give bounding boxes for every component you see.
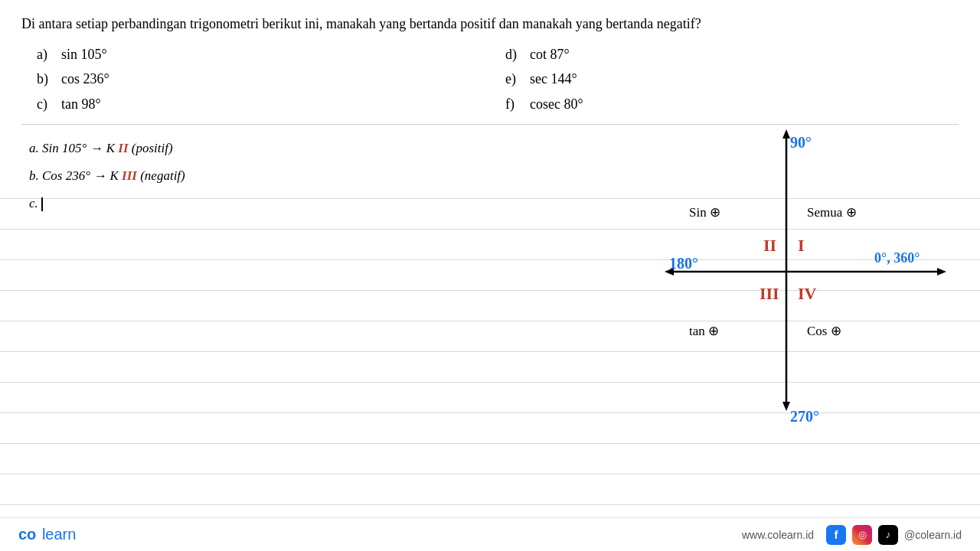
option-d: d) cot 87° <box>505 42 943 67</box>
option-e-value: sec 144° <box>530 67 577 91</box>
options-grid: a) sin 105° d) cot 87° b) cos 236° e) se… <box>21 42 959 116</box>
question-text: Di antara setiap perbandingan trigonomet… <box>21 14 959 34</box>
option-a-value: sin 105° <box>61 42 107 67</box>
svg-text:180°: 180° <box>669 255 698 272</box>
trig-diagram: 90° 270° 180° 0°, 360° I II III IV Semua <box>637 125 959 423</box>
footer-website: www.colearn.id <box>742 529 814 541</box>
svg-text:tan ⊕: tan ⊕ <box>689 324 719 338</box>
svg-marker-2 <box>782 129 790 139</box>
option-b-value: cos 236° <box>61 67 109 91</box>
footer-social-handle: @colearn.id <box>904 529 962 541</box>
instagram-icon: ◎ <box>852 525 872 545</box>
option-f: f) cosec 80° <box>505 92 943 116</box>
work-text: a. Sin 105° → K II (positif) b. Cos 236°… <box>21 132 637 423</box>
svg-marker-4 <box>937 268 946 276</box>
working-c: c. <box>29 191 629 217</box>
option-f-label: f) <box>505 92 524 116</box>
svg-text:270°: 270° <box>790 408 819 423</box>
svg-text:90°: 90° <box>790 134 812 151</box>
option-a: a) sin 105° <box>37 42 475 67</box>
option-f-value: cosec 80° <box>530 92 583 116</box>
tiktok-icon: ♪ <box>878 525 898 545</box>
svg-text:Cos ⊕: Cos ⊕ <box>807 324 841 338</box>
option-a-label: a) <box>37 42 55 67</box>
option-c-label: c) <box>37 92 55 116</box>
svg-text:Semua ⊕: Semua ⊕ <box>807 205 857 220</box>
svg-text:I: I <box>798 236 805 255</box>
social-icons: f ◎ ♪ @colearn.id <box>826 525 962 545</box>
option-c: c) tan 98° <box>37 92 475 116</box>
working-a: a. Sin 105° → K II (positif) <box>29 135 629 161</box>
option-e: e) sec 144° <box>505 67 943 91</box>
svg-text:II: II <box>763 236 776 255</box>
option-d-label: d) <box>505 42 524 67</box>
svg-text:III: III <box>760 284 779 303</box>
footer-logo-text: co learn <box>18 526 76 543</box>
option-e-label: e) <box>505 67 524 91</box>
svg-text:Sin ⊕: Sin ⊕ <box>689 205 720 220</box>
facebook-icon: f <box>826 525 846 545</box>
work-area: a. Sin 105° → K II (positif) b. Cos 236°… <box>21 132 959 423</box>
footer-right: www.colearn.id f ◎ ♪ @colearn.id <box>742 525 962 545</box>
svg-marker-3 <box>782 402 790 411</box>
option-b: b) cos 236° <box>37 67 475 91</box>
footer: co learn www.colearn.id f ◎ ♪ @colearn.i… <box>0 517 980 551</box>
text-cursor <box>41 197 43 211</box>
svg-text:IV: IV <box>798 284 817 303</box>
footer-logo: co learn <box>18 526 76 543</box>
diagram-svg: 90° 270° 180° 0°, 360° I II III IV Semua <box>637 125 959 423</box>
option-b-label: b) <box>37 67 55 91</box>
svg-text:0°, 360°: 0°, 360° <box>874 250 920 266</box>
option-c-value: tan 98° <box>61 92 101 116</box>
working-b: b. Cos 236° → K III (negatif) <box>29 163 629 189</box>
option-d-value: cot 87° <box>530 42 570 67</box>
